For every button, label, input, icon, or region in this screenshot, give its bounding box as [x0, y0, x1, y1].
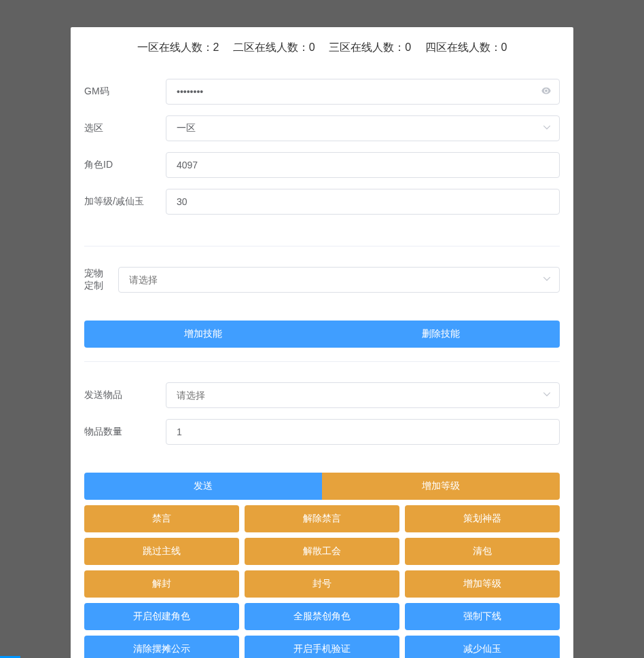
open-phone-verify-button[interactable]: 开启手机验证 — [245, 636, 399, 658]
reduce-xianyu-button[interactable]: 减少仙玉 — [405, 636, 560, 658]
send-button[interactable]: 发送 — [84, 473, 322, 500]
send-item-label: 发送物品 — [84, 389, 166, 401]
main-container: 一区在线人数：2 二区在线人数：0 三区在线人数：0 四区在线人数：0 GM码 … — [71, 27, 573, 658]
planner-weapon-button[interactable]: 策划神器 — [405, 505, 560, 532]
skip-main-button[interactable]: 跳过主线 — [84, 538, 239, 565]
gm-code-input[interactable] — [166, 79, 560, 105]
force-offline-button[interactable]: 强制下线 — [405, 603, 560, 630]
clear-stall-button[interactable]: 清除摆摊公示 — [84, 636, 239, 658]
zone2-count: 二区在线人数：0 — [233, 41, 315, 53]
add-level2-button[interactable]: 增加等级 — [405, 570, 560, 598]
dissolve-guild-button[interactable]: 解散工会 — [245, 538, 399, 565]
role-id-input[interactable] — [166, 152, 560, 178]
unmute-button[interactable]: 解除禁言 — [245, 505, 399, 532]
gm-code-label: GM码 — [84, 86, 166, 98]
mute-button[interactable]: 禁言 — [84, 505, 239, 532]
add-skill-button[interactable]: 增加技能 — [84, 321, 322, 348]
eye-icon[interactable] — [541, 85, 552, 98]
send-item-select[interactable] — [166, 382, 560, 408]
item-qty-label: 物品数量 — [84, 426, 166, 438]
ban-button[interactable]: 封号 — [245, 570, 399, 598]
add-level-button[interactable]: 增加等级 — [322, 473, 560, 500]
unban-button[interactable]: 解封 — [84, 570, 239, 598]
zone4-count: 四区在线人数：0 — [425, 41, 507, 53]
zone1-count: 一区在线人数：2 — [137, 41, 219, 53]
level-label: 加等级/减仙玉 — [84, 196, 166, 208]
online-header: 一区在线人数：2 二区在线人数：0 三区在线人数：0 四区在线人数：0 — [71, 41, 573, 69]
clear-bag-button[interactable]: 清包 — [405, 538, 560, 565]
open-create-button[interactable]: 开启创建角色 — [84, 603, 239, 630]
level-input[interactable] — [166, 189, 560, 215]
zone-select[interactable] — [166, 115, 560, 141]
zone3-count: 三区在线人数：0 — [329, 41, 411, 53]
divider — [84, 246, 560, 246]
server-ban-create-button[interactable]: 全服禁创角色 — [245, 603, 399, 630]
pet-label: 宠物定制 — [84, 268, 118, 292]
pet-select[interactable] — [118, 267, 560, 293]
del-skill-button[interactable]: 删除技能 — [322, 321, 560, 348]
zone-label: 选区 — [84, 122, 166, 134]
item-qty-input[interactable] — [166, 419, 560, 445]
divider — [84, 361, 560, 362]
role-id-label: 角色ID — [84, 159, 166, 171]
